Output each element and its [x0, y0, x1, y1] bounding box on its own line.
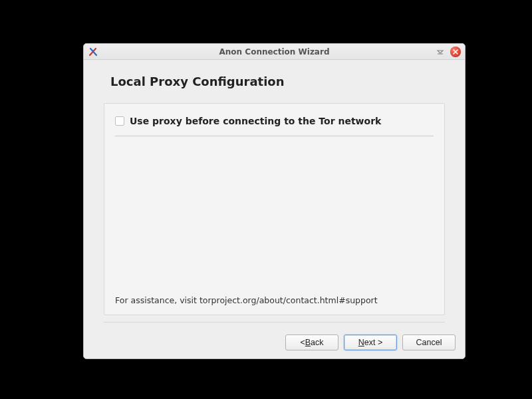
proxy-checkbox-label: Use proxy before connecting to the Tor n… [130, 116, 381, 126]
titlebar-buttons [436, 47, 461, 57]
panel-body [115, 136, 434, 291]
proxy-checkbox[interactable] [115, 116, 124, 126]
content-area: Local Proxy Configuration Use proxy befo… [84, 60, 465, 332]
button-row: < Back Next > Cancel [84, 332, 465, 358]
cancel-button[interactable]: Cancel [402, 334, 456, 350]
next-button[interactable]: Next > [344, 334, 397, 350]
footer-separator [104, 322, 445, 323]
minimize-icon[interactable] [436, 47, 445, 57]
page-title: Local Proxy Configuration [110, 74, 445, 88]
close-icon[interactable] [450, 47, 461, 57]
wizard-window: Anon Connection Wizard Local Proxy Confi… [83, 43, 466, 359]
titlebar: Anon Connection Wizard [84, 44, 465, 60]
config-panel: Use proxy before connecting to the Tor n… [104, 103, 445, 315]
back-button[interactable]: < Back [285, 334, 338, 350]
assistance-text: For assistance, visit torproject.org/abo… [115, 295, 434, 305]
window-title: Anon Connection Wizard [84, 47, 465, 57]
proxy-checkbox-row: Use proxy before connecting to the Tor n… [115, 116, 434, 133]
app-icon [88, 47, 98, 57]
